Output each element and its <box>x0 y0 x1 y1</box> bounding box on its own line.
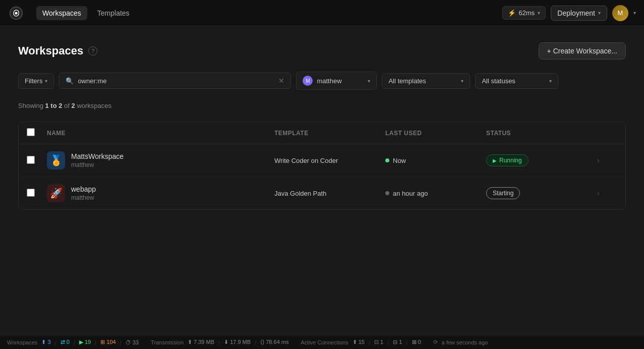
statusbar-latency: ⟨⟩ 78.64 ms <box>260 339 288 345</box>
run-icon: ▶ <box>493 158 497 163</box>
last-used-cell-mattsworkspace: Now <box>385 157 486 164</box>
user-filter[interactable]: M matthew ▾ <box>296 72 377 90</box>
col-name: Name <box>47 130 274 137</box>
page-title: Workspaces <box>18 44 83 57</box>
row-arrow-mattsworkspace[interactable]: › <box>597 156 617 164</box>
create-workspace-button[interactable]: + Create Workspace... <box>539 42 626 60</box>
help-icon[interactable]: ? <box>88 46 97 55</box>
status-text-webapp: Starting <box>493 190 513 197</box>
statusbar-ws-count: ⬆ 3 <box>41 339 50 345</box>
search-field[interactable]: 🔍 owner:me ✕ <box>59 73 291 89</box>
status-text-mattsworkspace: Running <box>499 157 522 164</box>
perf-indicator[interactable]: ⚡ 62ms ▾ <box>502 6 546 20</box>
last-used-text-webapp: an hour ago <box>393 190 428 197</box>
statusbar-conn-label: Active Connections <box>301 339 348 345</box>
template-filter-chevron-icon: ▾ <box>461 78 463 84</box>
col-last-used: Last used <box>385 130 486 137</box>
workspace-icon-mattsworkspace: 🏅 <box>47 151 65 169</box>
statusbar-ws-label: Workspaces <box>7 339 37 345</box>
statusbar-updated-text: a few seconds ago <box>442 339 488 345</box>
last-used-text-mattsworkspace: Now <box>393 157 406 164</box>
table-row[interactable]: 🏅 MattsWorkspace matthew Write Coder on … <box>19 144 625 177</box>
status-filter-label: All statuses <box>482 77 515 85</box>
user-filter-label: matthew <box>317 77 341 85</box>
perf-value: 62ms <box>519 9 535 17</box>
page-title-row: Workspaces ? <box>18 44 97 57</box>
last-used-cell-webapp: an hour ago <box>385 190 486 197</box>
statusbar-connections: Active Connections ⬆ 15 / ⊡ 1 / ⊟ 1 / ⊠ … <box>301 339 421 345</box>
template-cell-mattsworkspace: Write Coder on Coder <box>274 157 385 164</box>
statusbar-transmission: Transmission ⬆ 7.39 MB / ⬇ 17.9 MB / ⟨⟩ … <box>151 339 289 345</box>
deployment-button[interactable]: Deployment ▾ <box>551 6 607 21</box>
workspace-owner-mattsworkspace: matthew <box>71 161 124 168</box>
filters-button[interactable]: Filters ▾ <box>18 73 54 89</box>
results-count: Showing 1 to 2 of 2 workspaces <box>18 102 626 109</box>
svg-point-1 <box>15 12 17 14</box>
deployment-label: Deployment <box>557 9 595 17</box>
nav-templates[interactable]: Templates <box>91 6 136 20</box>
nav-workspaces[interactable]: Workspaces <box>36 6 87 20</box>
top-navigation: Workspaces Templates ⚡ 62ms ▾ Deployment… <box>0 0 644 26</box>
statusbar-db: ⊟ 1 <box>393 339 402 345</box>
statusbar-updated: ⟳ a few seconds ago <box>433 339 488 345</box>
deployment-chevron-icon: ▾ <box>598 10 601 16</box>
col-status: Status <box>486 130 597 137</box>
filters-row: Filters ▾ 🔍 owner:me ✕ M matthew ▾ All t… <box>18 72 626 90</box>
status-badge-starting: Starting <box>486 187 520 199</box>
search-icon: 🔍 <box>66 77 74 85</box>
statusbar-agent-count: ⇄ 0 <box>61 339 70 345</box>
table-header: Name Template Last used Status <box>19 122 625 144</box>
main-content: Workspaces ? + Create Workspace... Filte… <box>0 26 644 335</box>
statusbar-goroutines: ⊠ 0 <box>412 339 421 345</box>
perf-icon: ⚡ <box>508 9 516 17</box>
table-row[interactable]: 🚀 webapp matthew Java Golden Path an hou… <box>19 177 625 209</box>
statusbar-websocket: ⊡ 1 <box>374 339 383 345</box>
filters-chevron-icon: ▾ <box>45 78 47 84</box>
workspace-cell-mattsworkspace: 🏅 MattsWorkspace matthew <box>47 151 274 169</box>
status-badge-running: ▶ Running <box>486 154 529 166</box>
workspace-name-webapp: webapp <box>71 185 96 193</box>
search-clear-button[interactable]: ✕ <box>278 77 284 85</box>
search-input[interactable]: owner:me <box>78 77 274 85</box>
user-filter-chevron-icon: ▾ <box>368 78 370 84</box>
workspace-name-mattsworkspace: MattsWorkspace <box>71 152 124 160</box>
last-used-dot-mattsworkspace <box>385 158 389 162</box>
row-checkbox-webapp[interactable] <box>27 189 35 197</box>
status-cell-mattsworkspace: ▶ Running <box>486 154 597 166</box>
statusbar-conn-count: ⏱ 33 <box>126 339 139 345</box>
perf-chevron-icon: ▾ <box>538 10 540 16</box>
workspace-cell-webapp: 🚀 webapp matthew <box>47 184 274 202</box>
nav-right: ⚡ 62ms ▾ Deployment ▾ M ▾ <box>502 5 636 21</box>
statusbar-workspaces: Workspaces ⬆ 3 / ⇄ 0 / ▶ 19 / ⊞ 104 / ⏱ … <box>7 339 139 345</box>
status-filter[interactable]: All statuses ▾ <box>475 73 558 89</box>
workspace-table: Name Template Last used Status 🏅 MattsWo… <box>18 122 626 210</box>
statusbar-updated-icon: ⟳ <box>433 339 438 345</box>
statusbar-download: ⬇ 17.9 MB <box>224 339 251 345</box>
col-template: Template <box>274 130 385 137</box>
template-cell-webapp: Java Golden Path <box>274 190 385 197</box>
workspace-icon-webapp: 🚀 <box>47 184 65 202</box>
nav-links: Workspaces Templates <box>36 6 490 20</box>
statusbar-job-count: ▶ 19 <box>79 339 91 345</box>
statusbar-upload: ⬆ 7.39 MB <box>188 339 214 345</box>
user-chevron-icon: ▾ <box>633 10 636 16</box>
workspace-info-webapp: webapp matthew <box>71 185 96 201</box>
status-filter-chevron-icon: ▾ <box>549 78 552 84</box>
template-filter-label: All templates <box>388 77 426 85</box>
select-all-checkbox[interactable] <box>27 128 35 136</box>
status-cell-webapp: Starting <box>486 187 597 199</box>
row-arrow-webapp[interactable]: › <box>597 189 617 197</box>
filters-label: Filters <box>25 77 42 85</box>
workspace-owner-webapp: matthew <box>71 194 96 201</box>
row-checkbox-mattsworkspace[interactable] <box>27 156 35 164</box>
page-header: Workspaces ? + Create Workspace... <box>18 42 626 60</box>
user-avatar[interactable]: M <box>612 5 628 21</box>
user-filter-avatar: M <box>303 76 313 86</box>
app-logo[interactable] <box>8 5 24 21</box>
statusbar-active: ⬆ 15 <box>353 339 365 345</box>
workspace-info-mattsworkspace: MattsWorkspace matthew <box>71 152 124 168</box>
statusbar-tx-label: Transmission <box>151 339 184 345</box>
last-used-dot-webapp <box>385 191 389 195</box>
status-bar: Workspaces ⬆ 3 / ⇄ 0 / ▶ 19 / ⊞ 104 / ⏱ … <box>0 335 644 349</box>
template-filter[interactable]: All templates ▾ <box>382 73 470 89</box>
